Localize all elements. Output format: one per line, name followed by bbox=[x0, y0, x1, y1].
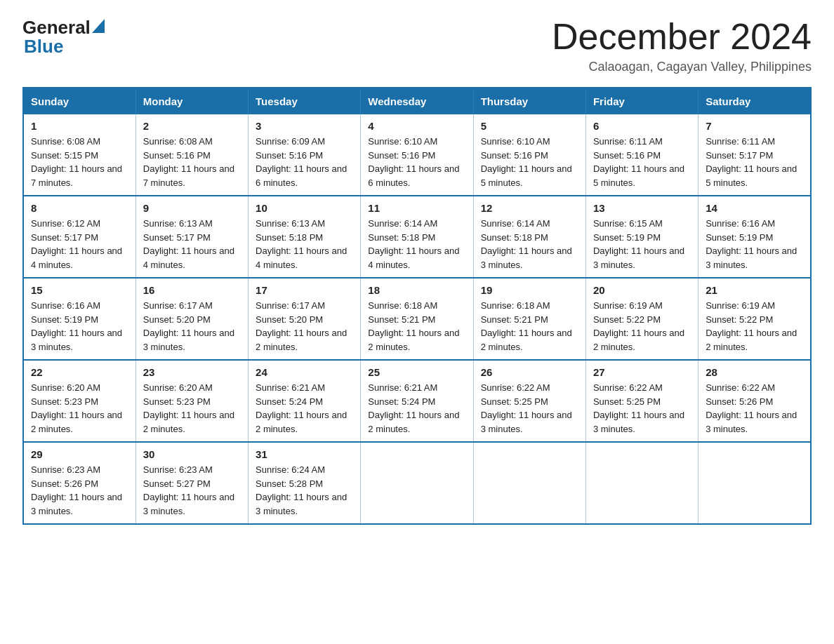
calendar-week-row: 15Sunrise: 6:16 AMSunset: 5:19 PMDayligh… bbox=[23, 278, 811, 360]
calendar-cell: 13Sunrise: 6:15 AMSunset: 5:19 PMDayligh… bbox=[585, 196, 698, 278]
day-info: Sunrise: 6:18 AMSunset: 5:21 PMDaylight:… bbox=[368, 299, 465, 354]
calendar-cell: 30Sunrise: 6:23 AMSunset: 5:27 PMDayligh… bbox=[135, 442, 248, 524]
day-info: Sunrise: 6:11 AMSunset: 5:17 PMDaylight:… bbox=[706, 135, 803, 189]
svg-marker-0 bbox=[92, 19, 105, 33]
weekday-header-sunday: Sunday bbox=[23, 88, 135, 114]
day-info: Sunrise: 6:15 AMSunset: 5:19 PMDaylight:… bbox=[593, 217, 691, 271]
calendar-cell: 12Sunrise: 6:14 AMSunset: 5:18 PMDayligh… bbox=[473, 196, 585, 278]
calendar-cell: 22Sunrise: 6:20 AMSunset: 5:23 PMDayligh… bbox=[23, 360, 135, 442]
calendar-cell: 21Sunrise: 6:19 AMSunset: 5:22 PMDayligh… bbox=[699, 278, 811, 360]
day-info: Sunrise: 6:22 AMSunset: 5:25 PMDaylight:… bbox=[481, 381, 578, 436]
day-info: Sunrise: 6:10 AMSunset: 5:16 PMDaylight:… bbox=[368, 135, 465, 189]
calendar-cell bbox=[585, 442, 698, 524]
day-number: 9 bbox=[143, 202, 241, 214]
location-subtitle: Calaoagan, Cagayan Valley, Philippines bbox=[552, 60, 812, 74]
day-info: Sunrise: 6:18 AMSunset: 5:21 PMDaylight:… bbox=[481, 299, 578, 354]
calendar-cell: 31Sunrise: 6:24 AMSunset: 5:28 PMDayligh… bbox=[249, 442, 361, 524]
calendar-cell: 27Sunrise: 6:22 AMSunset: 5:25 PMDayligh… bbox=[585, 360, 698, 442]
day-info: Sunrise: 6:19 AMSunset: 5:22 PMDaylight:… bbox=[706, 299, 803, 354]
weekday-header-thursday: Thursday bbox=[473, 88, 585, 114]
day-number: 16 bbox=[143, 284, 241, 296]
calendar-cell: 29Sunrise: 6:23 AMSunset: 5:26 PMDayligh… bbox=[23, 442, 135, 524]
calendar-cell: 6Sunrise: 6:11 AMSunset: 5:16 PMDaylight… bbox=[585, 114, 698, 196]
day-info: Sunrise: 6:08 AMSunset: 5:15 PMDaylight:… bbox=[31, 135, 128, 189]
day-number: 31 bbox=[256, 448, 353, 460]
day-number: 13 bbox=[593, 202, 691, 214]
month-title: December 2024 bbox=[552, 17, 812, 57]
calendar-table: SundayMondayTuesdayWednesdayThursdayFrid… bbox=[22, 87, 812, 525]
calendar-cell: 17Sunrise: 6:17 AMSunset: 5:20 PMDayligh… bbox=[249, 278, 361, 360]
day-number: 5 bbox=[481, 120, 578, 132]
day-number: 21 bbox=[706, 284, 803, 296]
day-number: 28 bbox=[706, 366, 803, 378]
calendar-week-row: 1Sunrise: 6:08 AMSunset: 5:15 PMDaylight… bbox=[23, 114, 811, 196]
day-number: 2 bbox=[143, 120, 241, 132]
day-info: Sunrise: 6:14 AMSunset: 5:18 PMDaylight:… bbox=[368, 217, 465, 271]
calendar-cell: 9Sunrise: 6:13 AMSunset: 5:17 PMDaylight… bbox=[135, 196, 248, 278]
day-info: Sunrise: 6:24 AMSunset: 5:28 PMDaylight:… bbox=[256, 463, 353, 518]
calendar-cell: 24Sunrise: 6:21 AMSunset: 5:24 PMDayligh… bbox=[249, 360, 361, 442]
calendar-cell bbox=[699, 442, 811, 524]
calendar-week-row: 22Sunrise: 6:20 AMSunset: 5:23 PMDayligh… bbox=[23, 360, 811, 442]
day-info: Sunrise: 6:10 AMSunset: 5:16 PMDaylight:… bbox=[481, 135, 578, 189]
day-number: 17 bbox=[256, 284, 353, 296]
weekday-header-tuesday: Tuesday bbox=[249, 88, 361, 114]
calendar-cell: 11Sunrise: 6:14 AMSunset: 5:18 PMDayligh… bbox=[361, 196, 473, 278]
day-number: 3 bbox=[256, 120, 353, 132]
calendar-cell: 20Sunrise: 6:19 AMSunset: 5:22 PMDayligh… bbox=[585, 278, 698, 360]
day-info: Sunrise: 6:21 AMSunset: 5:24 PMDaylight:… bbox=[368, 381, 465, 436]
day-number: 25 bbox=[368, 366, 465, 378]
logo-triangle-icon bbox=[92, 19, 105, 36]
calendar-cell: 26Sunrise: 6:22 AMSunset: 5:25 PMDayligh… bbox=[473, 360, 585, 442]
day-info: Sunrise: 6:13 AMSunset: 5:17 PMDaylight:… bbox=[143, 217, 241, 271]
weekday-header-saturday: Saturday bbox=[699, 88, 811, 114]
calendar-cell bbox=[361, 442, 473, 524]
day-info: Sunrise: 6:12 AMSunset: 5:17 PMDaylight:… bbox=[31, 217, 128, 271]
day-info: Sunrise: 6:14 AMSunset: 5:18 PMDaylight:… bbox=[481, 217, 578, 271]
day-info: Sunrise: 6:21 AMSunset: 5:24 PMDaylight:… bbox=[256, 381, 353, 436]
day-info: Sunrise: 6:16 AMSunset: 5:19 PMDaylight:… bbox=[706, 217, 803, 271]
day-number: 27 bbox=[593, 366, 691, 378]
day-info: Sunrise: 6:17 AMSunset: 5:20 PMDaylight:… bbox=[256, 299, 353, 354]
day-info: Sunrise: 6:08 AMSunset: 5:16 PMDaylight:… bbox=[143, 135, 241, 189]
weekday-header-wednesday: Wednesday bbox=[361, 88, 473, 114]
calendar-cell: 3Sunrise: 6:09 AMSunset: 5:16 PMDaylight… bbox=[249, 114, 361, 196]
title-block: December 2024 Calaoagan, Cagayan Valley,… bbox=[552, 17, 812, 74]
calendar-cell: 28Sunrise: 6:22 AMSunset: 5:26 PMDayligh… bbox=[699, 360, 811, 442]
calendar-cell bbox=[473, 442, 585, 524]
calendar-cell: 4Sunrise: 6:10 AMSunset: 5:16 PMDaylight… bbox=[361, 114, 473, 196]
weekday-header-row: SundayMondayTuesdayWednesdayThursdayFrid… bbox=[23, 88, 811, 114]
calendar-cell: 19Sunrise: 6:18 AMSunset: 5:21 PMDayligh… bbox=[473, 278, 585, 360]
day-number: 29 bbox=[31, 448, 128, 460]
day-number: 23 bbox=[143, 366, 241, 378]
calendar-cell: 14Sunrise: 6:16 AMSunset: 5:19 PMDayligh… bbox=[699, 196, 811, 278]
day-number: 10 bbox=[256, 202, 353, 214]
day-number: 11 bbox=[368, 202, 465, 214]
day-info: Sunrise: 6:16 AMSunset: 5:19 PMDaylight:… bbox=[31, 299, 128, 354]
calendar-cell: 7Sunrise: 6:11 AMSunset: 5:17 PMDaylight… bbox=[699, 114, 811, 196]
day-number: 12 bbox=[481, 202, 578, 214]
day-info: Sunrise: 6:22 AMSunset: 5:26 PMDaylight:… bbox=[706, 381, 803, 436]
day-number: 14 bbox=[706, 202, 803, 214]
day-number: 19 bbox=[481, 284, 578, 296]
calendar-cell: 18Sunrise: 6:18 AMSunset: 5:21 PMDayligh… bbox=[361, 278, 473, 360]
day-number: 1 bbox=[31, 120, 128, 132]
day-info: Sunrise: 6:11 AMSunset: 5:16 PMDaylight:… bbox=[593, 135, 691, 189]
day-number: 20 bbox=[593, 284, 691, 296]
calendar-cell: 8Sunrise: 6:12 AMSunset: 5:17 PMDaylight… bbox=[23, 196, 135, 278]
calendar-cell: 5Sunrise: 6:10 AMSunset: 5:16 PMDaylight… bbox=[473, 114, 585, 196]
day-number: 8 bbox=[31, 202, 128, 214]
day-number: 18 bbox=[368, 284, 465, 296]
calendar-cell: 1Sunrise: 6:08 AMSunset: 5:15 PMDaylight… bbox=[23, 114, 135, 196]
day-info: Sunrise: 6:20 AMSunset: 5:23 PMDaylight:… bbox=[31, 381, 128, 436]
day-info: Sunrise: 6:17 AMSunset: 5:20 PMDaylight:… bbox=[143, 299, 241, 354]
day-info: Sunrise: 6:22 AMSunset: 5:25 PMDaylight:… bbox=[593, 381, 691, 436]
day-info: Sunrise: 6:13 AMSunset: 5:18 PMDaylight:… bbox=[256, 217, 353, 271]
day-number: 7 bbox=[706, 120, 803, 132]
day-number: 26 bbox=[481, 366, 578, 378]
page-header: General Blue December 2024 Calaoagan, Ca… bbox=[22, 17, 812, 74]
calendar-week-row: 8Sunrise: 6:12 AMSunset: 5:17 PMDaylight… bbox=[23, 196, 811, 278]
day-info: Sunrise: 6:19 AMSunset: 5:22 PMDaylight:… bbox=[593, 299, 691, 354]
logo: General Blue bbox=[22, 17, 105, 58]
day-info: Sunrise: 6:23 AMSunset: 5:27 PMDaylight:… bbox=[143, 463, 241, 518]
